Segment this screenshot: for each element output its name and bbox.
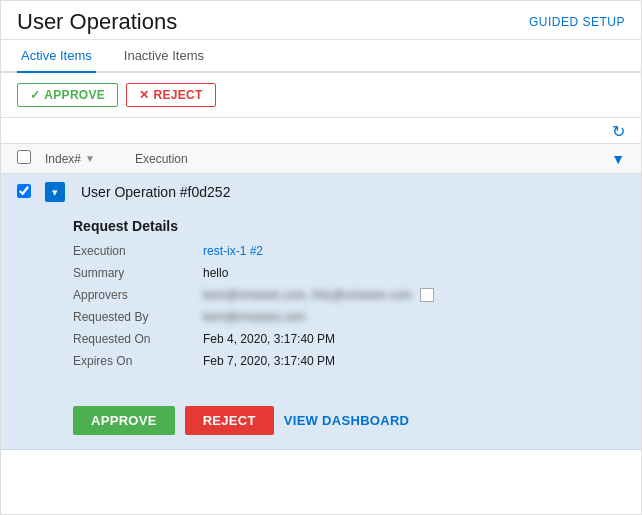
- page-title: User Operations: [17, 9, 177, 35]
- detail-row-expires-on: Expires On Feb 7, 2020, 3:17:40 PM: [73, 354, 569, 368]
- header: User Operations GUIDED SETUP: [1, 1, 641, 40]
- value-approvers: kem@vmware.com, fritz@vmware.com: [203, 288, 412, 302]
- approve-check-icon: ✓: [30, 88, 40, 102]
- refresh-icon[interactable]: ↻: [612, 122, 625, 141]
- table-header: Index# ▼ Execution ▼: [1, 143, 641, 174]
- label-expires-on: Expires On: [73, 354, 203, 368]
- toolbar: ✓ APPROVE ✕ REJECT: [1, 73, 641, 118]
- th-execution: Execution ▼: [135, 151, 625, 167]
- row-checkbox[interactable]: [17, 184, 31, 198]
- row-expand-cell: ▾: [45, 182, 73, 202]
- reject-solid-button[interactable]: REJECT: [185, 406, 274, 435]
- row-checkbox-cell: [17, 184, 45, 201]
- view-dashboard-button[interactable]: VIEW DASHBOARD: [284, 413, 410, 428]
- value-execution[interactable]: rest-ix-1 #2: [203, 244, 569, 258]
- page-container: User Operations GUIDED SETUP Active Item…: [0, 0, 642, 515]
- sort-icon[interactable]: ▼: [85, 153, 95, 164]
- tab-inactive-items[interactable]: Inactive Items: [120, 40, 208, 73]
- action-buttons: APPROVE REJECT VIEW DASHBOARD: [1, 392, 641, 449]
- reject-cross-icon: ✕: [139, 88, 149, 102]
- expand-button[interactable]: ▾: [45, 182, 65, 202]
- row-main: ▾ User Operation #f0d252: [1, 174, 641, 210]
- detail-row-approvers: Approvers kem@vmware.com, fritz@vmware.c…: [73, 288, 569, 302]
- approve-solid-button[interactable]: APPROVE: [73, 406, 175, 435]
- approvers-value-row: kem@vmware.com, fritz@vmware.com: [203, 288, 434, 302]
- label-requested-on: Requested On: [73, 332, 203, 346]
- reject-outline-button[interactable]: ✕ REJECT: [126, 83, 215, 107]
- content-area: ↻ Index# ▼ Execution ▼: [1, 118, 641, 514]
- request-details: Request Details Execution rest-ix-1 #2 S…: [1, 210, 641, 392]
- approvers-checkbox: [420, 288, 434, 302]
- value-requested-by: kem@vmware.com: [203, 310, 569, 324]
- details-title: Request Details: [73, 218, 569, 234]
- select-all-checkbox[interactable]: [17, 150, 31, 164]
- filter-icon[interactable]: ▼: [611, 151, 625, 167]
- approve-outline-button[interactable]: ✓ APPROVE: [17, 83, 118, 107]
- label-execution: Execution: [73, 244, 203, 258]
- detail-row-summary: Summary hello: [73, 266, 569, 280]
- detail-row-requested-by: Requested By kem@vmware.com: [73, 310, 569, 324]
- value-expires-on: Feb 7, 2020, 3:17:40 PM: [203, 354, 569, 368]
- chevron-down-icon: ▾: [52, 186, 58, 199]
- detail-row-requested-on: Requested On Feb 4, 2020, 3:17:40 PM: [73, 332, 569, 346]
- value-requested-on: Feb 4, 2020, 3:17:40 PM: [203, 332, 569, 346]
- refresh-row: ↻: [1, 118, 641, 143]
- tabs-bar: Active Items Inactive Items: [1, 40, 641, 73]
- detail-row-execution: Execution rest-ix-1 #2: [73, 244, 569, 258]
- tab-active-items[interactable]: Active Items: [17, 40, 96, 73]
- label-approvers: Approvers: [73, 288, 203, 302]
- th-select-all: [17, 150, 45, 167]
- value-summary: hello: [203, 266, 569, 280]
- table-row: ▾ User Operation #f0d252 Request Details…: [1, 174, 641, 450]
- row-title: User Operation #f0d252: [81, 184, 625, 200]
- label-requested-by: Requested By: [73, 310, 203, 324]
- label-summary: Summary: [73, 266, 203, 280]
- guided-setup-link[interactable]: GUIDED SETUP: [529, 15, 625, 29]
- th-index: Index# ▼: [45, 152, 135, 166]
